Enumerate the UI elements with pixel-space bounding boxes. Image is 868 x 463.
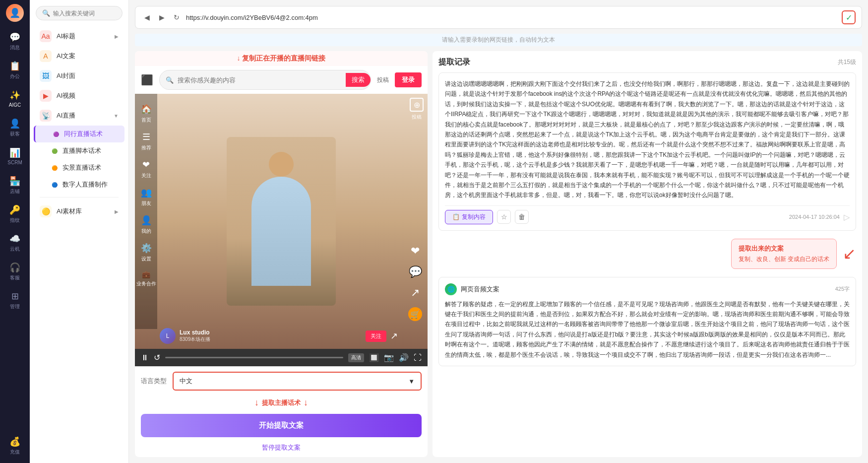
tiktok-comment-icon[interactable]: 💬 [409, 265, 422, 278]
tiktok-search-box[interactable]: 🔍 搜索 [159, 70, 371, 90]
tiktok-nav-biz[interactable]: 💼 业务合作 [136, 270, 156, 287]
share-icon[interactable]: ↗ [390, 331, 398, 341]
nav-sub-item-scene[interactable]: 🟠 实景直播话术 [34, 159, 124, 176]
nav-item-ai-materials[interactable]: 🟡 AI素材库 ▶ [34, 201, 124, 221]
forward-button[interactable]: ▶ [156, 12, 167, 23]
fullscreen-icon[interactable]: 🔲 [369, 353, 379, 362]
tiktok-nav-friends[interactable]: 👥 朋友 [141, 187, 152, 207]
nav-item-ai-copy[interactable]: A AI文案 [34, 46, 124, 66]
nav-item-ai-cover[interactable]: 🖼 AI封面 [34, 66, 124, 86]
fingerprint-icon: 🔑 [9, 204, 20, 215]
right-count: 共15级 [838, 58, 856, 66]
sidebar-item-label: 店铺 [10, 188, 20, 195]
expand-arrow-icon[interactable]: ▷ [844, 212, 850, 222]
video-controls: ⏸ ↺ 高清 🔲 📷 🔊 ⛶ [135, 349, 428, 366]
record-block-1: 讲这边说嘿嗯嗯嗯嗯啊，把刚刚跟大刚下面这个交付我们来了之后，也没交付给我们啊，啊… [438, 72, 856, 231]
copy-content-button[interactable]: 📋 复制内容 [445, 210, 493, 224]
record-text-1: 讲这边说嘿嗯嗯嗯嗯啊，把刚刚跟大刚下面这个交付我们来了之后，也没交付给我们啊，啊… [445, 79, 850, 200]
camera-icon[interactable]: 📷 [384, 353, 394, 362]
nav-item-ai-video[interactable]: ▶ AI视频 [34, 86, 124, 106]
sidebar-item-manage[interactable]: ⊞ 管理 [2, 287, 27, 314]
cart-button[interactable]: 🛒 [408, 307, 422, 321]
web-record-title: 网页音频文案 [461, 285, 499, 294]
nav-sub-item-digital[interactable]: 🔵 数字人直播制作 [34, 176, 124, 193]
volume-icon[interactable]: 🔊 [399, 353, 409, 362]
quality-badge[interactable]: 高清 [348, 353, 364, 362]
sidebar-item-store[interactable]: 🏪 店铺 [2, 172, 27, 198]
sidebar-item-recharge[interactable]: 💰 充值 [2, 432, 27, 459]
sidebar-item-service[interactable]: 🎧 客服 [2, 258, 27, 285]
url-confirm-button[interactable]: ✓ [842, 10, 856, 24]
pause-extract-button[interactable]: 暂停提取文案 [135, 441, 428, 457]
ai-title-icon: Aa [40, 30, 52, 42]
right-panel: 提取记录 共15级 讲这边说嘿嗯嗯嗯嗯啊，把刚刚跟大刚下面这个交付我们来了之后，… [433, 51, 862, 457]
nav-label-ai-cover: AI封面 [57, 71, 75, 80]
extract-button[interactable]: 开始提取文案 [141, 414, 422, 437]
follow-button[interactable]: 关注 [366, 331, 386, 342]
ai-copy-icon: A [40, 50, 52, 62]
office-icon: 📋 [9, 61, 20, 71]
sidebar-item-cloud[interactable]: ☁️ 云机 [2, 229, 27, 256]
star-button[interactable]: ☆ [497, 210, 511, 224]
annotation-box: 提取出来的文案 复制、改良、创新 变成自己的话术 [731, 239, 837, 269]
avatar: 👤 [6, 4, 24, 22]
upload-icon[interactable]: ⊕ [410, 98, 424, 112]
service-icon: 🎧 [9, 262, 20, 273]
streamer-fans: 8309本场在播 [180, 336, 210, 343]
tiktok-like-icon[interactable]: ❤ [411, 245, 420, 258]
url-input[interactable] [186, 14, 838, 21]
nav-label-ai-video: AI视频 [57, 91, 75, 100]
sidebar-item-label: AIGC [9, 102, 21, 108]
nav-item-ai-title[interactable]: Aa AI标题 ▶ [34, 26, 124, 46]
play-pause-button[interactable]: ⏸ [141, 353, 149, 362]
nav-label-ai-title: AI标题 [57, 32, 75, 41]
extract-annotation: ↓ 提取主播话术 ↓ [135, 396, 428, 410]
sidebar-item-aigc[interactable]: ✨ AIGC [2, 85, 27, 112]
tiktok-share-icon[interactable]: ↗ [411, 286, 420, 299]
sidebar-item-kehu[interactable]: 👤 获客 [2, 114, 27, 141]
tiktok-search-icon: 🔍 [166, 76, 174, 84]
tiktok-nav-recommend[interactable]: ☰ 推荐 [141, 132, 151, 151]
tiktok-nav-mine[interactable]: 👤 我的 [141, 215, 152, 235]
record-actions-1: 📋 复制内容 ☆ 🗑 2024-04-17 10:26:04 ▷ [445, 205, 850, 224]
sidebar-item-scrm[interactable]: 📊 SCRM [2, 143, 27, 170]
expand-icon[interactable]: ⛶ [414, 353, 422, 362]
progress-bar[interactable] [165, 357, 343, 358]
refresh-button[interactable]: ↻ [171, 12, 182, 23]
tiktok-login-button[interactable]: 登录 [395, 72, 422, 87]
search-input[interactable] [53, 10, 116, 17]
nav-sub-item-tongxing[interactable]: 🟣 同行直播话术 [34, 126, 124, 142]
tiktok-nav-home[interactable]: 🏠 首页 [141, 104, 152, 124]
back-button[interactable]: ◀ [141, 12, 152, 23]
search-box[interactable]: 🔍 [36, 6, 123, 20]
nav-sub-label-digital: 数字人直播制作 [62, 180, 108, 189]
lang-dropdown-arrow: ▼ [408, 378, 415, 385]
sidebar-item-label: 获客 [10, 131, 20, 137]
tiktok-nav-settings[interactable]: ⚙️ 设置 [141, 243, 152, 263]
nav-item-ai-live[interactable]: 📡 AI直播 ▼ [34, 106, 124, 126]
annotation-area: 提取出来的文案 复制、改良、创新 变成自己的话术 ↙ [438, 237, 856, 271]
tiktok-nav-follow[interactable]: ❤ 关注 [141, 159, 151, 179]
sidebar-item-label: 办公 [10, 73, 20, 80]
sidebar-item-label: 充值 [10, 449, 20, 456]
sidebar-item-messages[interactable]: 💬 消息 [2, 28, 27, 55]
lang-value: 中文 [180, 377, 192, 386]
lang-select-dropdown[interactable]: 中文 ▼ [173, 372, 422, 391]
sidebar-item-office[interactable]: 📋 办公 [2, 57, 27, 83]
tiktok-logo: ⬛ [141, 74, 153, 86]
nav-sub-item-script[interactable]: 🟢 直播脚本话术 [34, 142, 124, 159]
replay-button[interactable]: ↺ [154, 353, 160, 362]
web-record-count: 425字 [835, 285, 850, 293]
sidebar-item-fingerprint[interactable]: 🔑 指纹 [2, 200, 27, 227]
record-timestamp-1: 2024-04-17 10:26:04 [789, 214, 840, 220]
store-icon: 🏪 [9, 176, 20, 187]
delete-button[interactable]: 🗑 [515, 210, 529, 224]
person-head [269, 152, 294, 177]
search-icon: 🔍 [42, 9, 50, 17]
tongxing-icon: 🟣 [53, 132, 59, 137]
nav-sub-label-script: 直播脚本话术 [62, 146, 101, 155]
annotation-arrow: ↙ [843, 244, 856, 263]
tiktok-search-button[interactable]: 搜索 [346, 73, 371, 87]
recharge-icon: 💰 [9, 436, 20, 447]
tiktok-search-input[interactable] [178, 76, 342, 84]
